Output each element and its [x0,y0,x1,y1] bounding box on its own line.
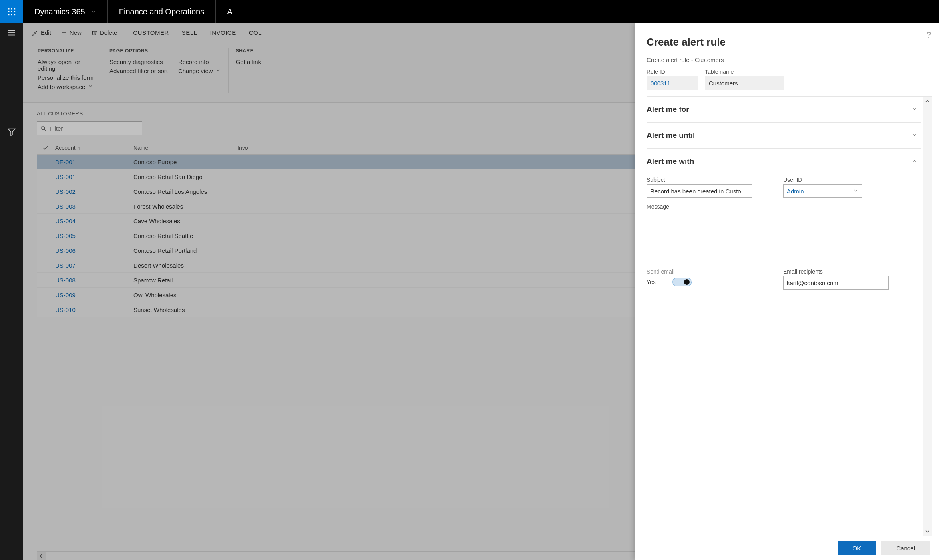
section-alert-until: Alert me until [647,123,921,149]
help-button[interactable]: ? [927,30,931,40]
subject-input[interactable] [647,184,752,198]
top-nav-spacer: A [216,0,939,23]
section-alert-for: Alert me for [647,97,921,123]
section-alert-until-title: Alert me until [647,131,695,140]
svg-rect-7 [11,14,12,16]
hamburger-icon [7,28,16,37]
waffle-icon [7,7,16,16]
panel-title: Create alert rule [647,36,932,48]
panel-scrollbar[interactable] [923,97,932,536]
section-alert-until-header[interactable]: Alert me until [647,123,921,148]
chevron-down-icon [91,7,96,16]
filter-icon [7,127,16,136]
top-nav: Dynamics 365 Finance and Operations A [0,0,939,23]
left-rail [0,23,23,560]
rule-id-value[interactable]: 000311 [647,76,698,90]
create-alert-panel: ? Create alert rule Create alert rule - … [635,23,939,560]
send-email-value: Yes [647,279,656,285]
user-id-select[interactable]: Admin [783,184,862,198]
chevron-down-icon [925,529,930,534]
svg-rect-8 [14,14,16,16]
table-name-value: Customers [705,76,784,90]
cancel-button[interactable]: Cancel [881,541,930,555]
chevron-up-icon [925,99,930,104]
filter-rail-button[interactable] [0,122,23,141]
user-id-value: Admin [787,188,804,195]
chevron-down-icon [853,188,859,195]
user-id-label: User ID [783,177,862,183]
section-alert-with-header[interactable]: Alert me with [647,149,921,174]
recipients-label: Email recipients [783,268,889,275]
chevron-down-icon [912,106,917,113]
message-label: Message [647,203,921,210]
send-email-label: Send email [647,268,752,275]
chevron-down-icon [912,132,917,139]
brand-dropdown[interactable]: Dynamics 365 [23,0,108,23]
chevron-up-icon [912,158,917,165]
svg-rect-5 [14,11,16,12]
svg-marker-12 [8,129,15,136]
section-alert-with-title: Alert me with [647,157,694,166]
svg-rect-6 [8,14,10,16]
panel-subtitle: Create alert rule - Customers [647,56,932,63]
module-label: Finance and Operations [108,0,216,23]
section-alert-for-header[interactable]: Alert me for [647,97,921,122]
svg-rect-1 [11,8,12,10]
table-name-label: Table name [705,69,784,75]
svg-rect-3 [8,11,10,12]
section-alert-for-title: Alert me for [647,105,689,114]
rule-id-label: Rule ID [647,69,698,75]
scroll-down-button[interactable] [923,526,932,536]
section-alert-with: Alert me with Subject [647,149,921,305]
ok-button[interactable]: OK [838,541,877,555]
brand-label: Dynamics 365 [34,7,85,16]
svg-rect-4 [11,11,12,12]
svg-rect-0 [8,8,10,10]
svg-rect-2 [14,8,16,10]
nav-menu-button[interactable] [0,23,23,42]
panel-footer: OK Cancel [635,536,939,560]
recipients-input[interactable] [783,276,889,290]
scroll-up-button[interactable] [923,97,932,106]
message-textarea[interactable] [647,211,752,261]
subject-label: Subject [647,177,752,183]
app-launcher-button[interactable] [0,0,23,23]
send-email-toggle[interactable] [672,278,692,286]
